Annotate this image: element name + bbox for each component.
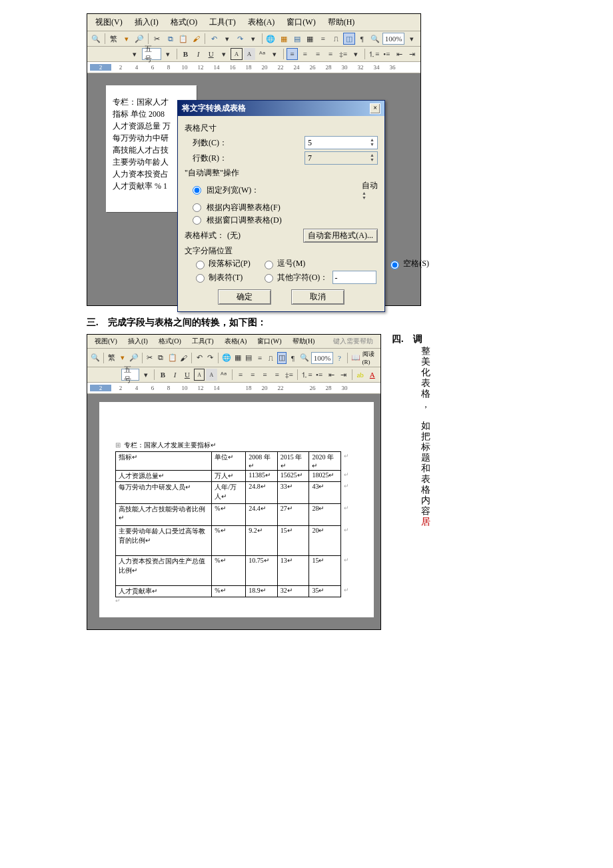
undo-dropdown-icon[interactable]: ▾ bbox=[221, 33, 233, 45]
menu-table[interactable]: 表格(A) bbox=[221, 336, 251, 347]
copy-icon[interactable]: ⧉ bbox=[156, 352, 166, 364]
format-painter-icon[interactable]: 🖌 bbox=[179, 352, 189, 364]
align-justify-button[interactable]: ≡ bbox=[271, 369, 282, 381]
fit-window-radio[interactable] bbox=[193, 216, 201, 225]
close-button[interactable]: × bbox=[370, 103, 380, 114]
underline-button[interactable]: U bbox=[182, 369, 193, 381]
print-preview-icon[interactable]: 🔍 bbox=[90, 33, 102, 45]
menu-help[interactable]: 帮助(H) bbox=[324, 15, 359, 29]
line-spacing-button[interactable]: ‡≡ bbox=[284, 369, 295, 381]
table-move-handle-icon[interactable]: ⊞ bbox=[115, 441, 121, 449]
italic-button[interactable]: I bbox=[193, 48, 204, 60]
ok-button[interactable]: 确定 bbox=[218, 289, 271, 305]
insert-table-icon[interactable]: ▤ bbox=[244, 352, 254, 364]
redo-icon[interactable]: ↷ bbox=[205, 352, 215, 364]
paste-icon[interactable]: 📋 bbox=[167, 352, 178, 364]
drawing-icon[interactable]: ⎍ bbox=[330, 33, 342, 45]
columns-icon[interactable]: ≡ bbox=[317, 33, 329, 45]
simplified-icon[interactable]: ▾ bbox=[117, 352, 127, 364]
research-icon[interactable]: 🔎 bbox=[134, 33, 146, 45]
align-right-button[interactable]: ≡ bbox=[312, 48, 323, 60]
traditional-icon[interactable]: 繁 bbox=[107, 352, 117, 364]
research-icon[interactable]: 🔎 bbox=[129, 352, 139, 364]
read-mode-label[interactable]: 阅读(R) bbox=[362, 350, 378, 365]
menu-table[interactable]: 表格(A) bbox=[244, 15, 279, 29]
undo-icon[interactable]: ↶ bbox=[195, 352, 205, 364]
paste-icon[interactable]: 📋 bbox=[177, 33, 189, 45]
autoformat-button[interactable]: 自动套用格式(A)... bbox=[303, 229, 378, 243]
bulleted-list-button[interactable]: •≡ bbox=[314, 369, 324, 381]
char-effect-button[interactable]: ᴬᵃ bbox=[219, 369, 229, 381]
char-shading-button[interactable]: A bbox=[244, 48, 255, 60]
char-effect-dropdown-icon[interactable]: ▾ bbox=[269, 48, 281, 60]
sep-tab-radio[interactable] bbox=[196, 274, 205, 283]
format-painter-icon[interactable]: 🖌 bbox=[191, 33, 203, 45]
read-mode-icon[interactable]: 📖 bbox=[350, 352, 361, 364]
tables-borders-icon[interactable]: ▦ bbox=[233, 352, 243, 364]
fontsize-dropdown-icon[interactable]: ▾ bbox=[141, 369, 151, 381]
print-preview-icon[interactable]: 🔍 bbox=[90, 352, 101, 364]
align-right-button[interactable]: ≡ bbox=[259, 369, 270, 381]
zoom-dropdown-icon[interactable]: ▾ bbox=[406, 33, 418, 45]
menu-tools[interactable]: 工具(T) bbox=[189, 336, 217, 347]
drawing-icon[interactable]: ⎍ bbox=[266, 352, 276, 364]
char-shading-button[interactable]: A bbox=[206, 369, 217, 381]
doc-map-icon[interactable]: ◫ bbox=[277, 352, 287, 364]
spinner-icon[interactable]: ▲▼ bbox=[370, 138, 374, 147]
cancel-button[interactable]: 取消 bbox=[291, 289, 344, 305]
align-left-button[interactable]: ≡ bbox=[235, 369, 246, 381]
underline-button[interactable]: U bbox=[205, 48, 217, 60]
font-color-button[interactable]: A bbox=[367, 369, 378, 381]
decrease-indent-button[interactable]: ⇤ bbox=[394, 48, 405, 60]
undo-icon[interactable]: ↶ bbox=[208, 33, 220, 45]
numbered-list-button[interactable]: ⒈≡ bbox=[301, 369, 312, 381]
char-border-button[interactable]: A bbox=[194, 369, 205, 381]
bulleted-list-button[interactable]: •≡ bbox=[381, 48, 392, 60]
bold-button[interactable]: B bbox=[180, 48, 191, 60]
highlight-button[interactable]: ab bbox=[354, 369, 365, 381]
hyperlink-icon[interactable]: 🌐 bbox=[221, 352, 232, 364]
sep-paragraph-radio[interactable] bbox=[196, 261, 205, 269]
sep-space-radio[interactable] bbox=[390, 261, 399, 269]
menu-tools[interactable]: 工具(T) bbox=[205, 15, 239, 29]
sep-other-input[interactable] bbox=[332, 271, 376, 284]
spinner-icon[interactable]: ▲▼ bbox=[362, 191, 378, 201]
char-effect-button[interactable]: ᴬᵃ bbox=[257, 48, 268, 60]
underline-dropdown-icon[interactable]: ▾ bbox=[218, 48, 229, 60]
redo-dropdown-icon[interactable]: ▾ bbox=[247, 33, 259, 45]
redo-icon[interactable]: ↷ bbox=[235, 33, 247, 45]
menu-window[interactable]: 窗口(W) bbox=[283, 15, 319, 29]
line-spacing-dropdown-icon[interactable]: ▾ bbox=[350, 48, 362, 60]
tables-borders-icon[interactable]: ▦ bbox=[278, 33, 290, 45]
italic-button[interactable]: I bbox=[170, 369, 181, 381]
cut-icon[interactable]: ✂ bbox=[145, 352, 155, 364]
menu-format[interactable]: 格式(O) bbox=[155, 336, 185, 347]
bold-button[interactable]: B bbox=[157, 369, 168, 381]
doc-map-icon[interactable]: ◫ bbox=[343, 33, 355, 45]
copy-icon[interactable]: ⧉ bbox=[165, 33, 177, 45]
menu-insert[interactable]: 插入(I) bbox=[131, 15, 163, 29]
columns-icon[interactable]: ≡ bbox=[255, 352, 265, 364]
help-icon[interactable]: ? bbox=[334, 352, 344, 364]
style-dropdown-icon[interactable]: ▾ bbox=[129, 48, 141, 60]
align-justify-button[interactable]: ≡ bbox=[324, 48, 336, 60]
help-prompt[interactable]: 键入需要帮助 bbox=[330, 336, 376, 347]
hyperlink-icon[interactable]: 🌐 bbox=[265, 33, 277, 45]
menu-view[interactable]: 视图(V) bbox=[91, 15, 127, 29]
align-center-button[interactable]: ≡ bbox=[247, 369, 258, 381]
menu-insert[interactable]: 插入(I) bbox=[125, 336, 151, 347]
zoom-tool-icon[interactable]: 🔍 bbox=[299, 352, 310, 364]
menu-format[interactable]: 格式(O) bbox=[167, 15, 202, 29]
simplified-icon[interactable]: ▾ bbox=[121, 33, 133, 45]
insert-table-icon[interactable]: ▤ bbox=[291, 33, 303, 45]
decrease-indent-button[interactable]: ⇤ bbox=[326, 369, 336, 381]
sep-comma-radio[interactable] bbox=[265, 261, 273, 269]
fixed-width-spinner[interactable]: 自动 ▲▼ bbox=[362, 180, 378, 201]
align-center-button[interactable]: ≡ bbox=[299, 48, 310, 60]
menu-help[interactable]: 帮助(H) bbox=[289, 336, 318, 347]
fontsize-combo[interactable]: 五号 bbox=[121, 369, 140, 381]
menu-view[interactable]: 视图(V) bbox=[91, 336, 121, 347]
menu-window[interactable]: 窗口(W) bbox=[254, 336, 285, 347]
fixed-width-radio[interactable] bbox=[193, 186, 201, 195]
numbered-list-button[interactable]: ⒈≡ bbox=[368, 48, 380, 60]
